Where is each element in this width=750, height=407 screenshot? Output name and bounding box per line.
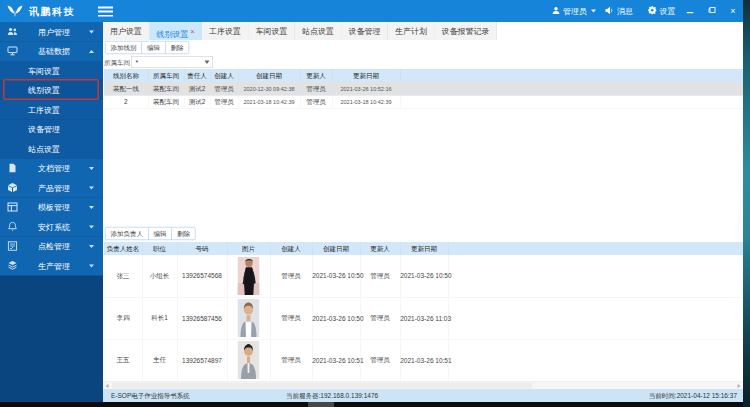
chevron-down-icon bbox=[591, 10, 596, 13]
scrollbar-thumb[interactable] bbox=[112, 383, 532, 389]
sidebar-item-template-management[interactable]: 模板管理 bbox=[0, 198, 103, 218]
menu-toggle-icon[interactable] bbox=[98, 7, 113, 20]
line-toolbar: 添加线别 编辑 删除 bbox=[105, 41, 189, 54]
sidebar-item-andon-system[interactable]: 安灯系统 bbox=[0, 217, 103, 237]
col-line-name[interactable]: 线别名称 bbox=[104, 69, 148, 82]
col-leader-name[interactable]: 负责人姓名 bbox=[104, 242, 142, 255]
add-leader-button[interactable]: 添加负责人 bbox=[106, 228, 149, 240]
settings-button[interactable]: 设置 bbox=[648, 0, 676, 22]
col-update-date[interactable]: 更新日期 bbox=[400, 242, 448, 255]
taskbar-app-chip[interactable] bbox=[308, 402, 334, 407]
gear-icon bbox=[648, 6, 657, 15]
tab-bar: 用户设置 线别设置× 工序设置 车间设置 站点设置 设备管理 生产计划 设备报警… bbox=[103, 22, 743, 40]
line-row[interactable]: 2 装配车间 测试2 管理员 2021-03-18 10:42:39 管理员 2… bbox=[104, 95, 743, 108]
sidebar-item-process-settings[interactable]: 工序设置 bbox=[0, 100, 103, 120]
settings-label: 设置 bbox=[660, 7, 676, 16]
delete-leader-button[interactable]: 删除 bbox=[172, 228, 195, 240]
sidebar-item-station-settings[interactable]: 站点设置 bbox=[0, 139, 103, 159]
sidebar-item-equipment-management[interactable]: 设备管理 bbox=[0, 120, 103, 140]
workshop-filter-label: 所属车间 bbox=[104, 57, 130, 69]
app-logo-title: 讯鹏科技 bbox=[29, 0, 75, 22]
chevron-down-icon bbox=[89, 187, 94, 190]
current-time-label: 当前时间:2021-04-12 15:16:37 bbox=[649, 389, 737, 402]
col-photo[interactable]: 图片 bbox=[227, 242, 270, 255]
leader-table-header-row: 负责人姓名 职位 号码 图片 创建人 创建日期 更新人 更新日期 bbox=[104, 242, 743, 255]
speaker-icon bbox=[605, 7, 614, 15]
col-filler bbox=[400, 69, 743, 82]
messages-button[interactable]: 消息 bbox=[605, 0, 633, 22]
leader-photo-woman bbox=[238, 257, 260, 295]
sidebar-item-document-management[interactable]: 文档管理 bbox=[0, 159, 103, 179]
chevron-down-icon bbox=[89, 226, 94, 229]
chevron-down-icon bbox=[89, 206, 94, 209]
col-update-date[interactable]: 更新日期 bbox=[332, 69, 400, 82]
main-content: 用户设置 线别设置× 工序设置 车间设置 站点设置 设备管理 生产计划 设备报警… bbox=[103, 22, 743, 402]
col-updater[interactable]: 更新人 bbox=[300, 69, 332, 82]
annotation-highlight-box bbox=[3, 79, 99, 100]
monitor-icon bbox=[7, 46, 18, 56]
col-title[interactable]: 职位 bbox=[142, 242, 177, 255]
edit-line-button[interactable]: 编辑 bbox=[142, 42, 166, 54]
col-updater[interactable]: 更新人 bbox=[360, 242, 400, 255]
server-address-label: 当前服务器:192.168.0.139:1476 bbox=[286, 389, 378, 402]
minimize-button[interactable] bbox=[683, 0, 697, 22]
tab-line-settings[interactable]: 线别设置× bbox=[150, 22, 203, 40]
checklist-icon bbox=[7, 241, 18, 251]
tab-equipment-alarm-records[interactable]: 设备报警记录 bbox=[435, 22, 498, 40]
tab-close-icon[interactable]: × bbox=[191, 27, 195, 35]
tab-user-settings[interactable]: 用户设置 bbox=[103, 22, 150, 40]
horizontal-scrollbar[interactable] bbox=[103, 381, 743, 389]
brand-wings-icon bbox=[7, 5, 23, 18]
title-bar: 讯鹏科技 管理员 消息 设置 × bbox=[0, 0, 743, 22]
system-name-label: E-SOP电子作业指导书系统 bbox=[111, 389, 190, 402]
taskbar[interactable] bbox=[0, 402, 743, 407]
chevron-down-icon bbox=[89, 265, 94, 268]
user-icon bbox=[552, 7, 560, 15]
col-person-in-charge[interactable]: 责任人 bbox=[184, 69, 210, 82]
workshop-filter-select[interactable]: * bbox=[131, 56, 213, 68]
col-creator[interactable]: 创建人 bbox=[210, 69, 238, 82]
product-box-icon bbox=[7, 183, 18, 193]
users-icon bbox=[7, 27, 18, 37]
tab-process-settings[interactable]: 工序设置 bbox=[202, 22, 249, 40]
add-line-button[interactable]: 添加线别 bbox=[106, 42, 143, 54]
sidebar-item-base-data[interactable]: 基础数据 bbox=[0, 42, 103, 62]
user-menu[interactable]: 管理员 bbox=[552, 0, 596, 22]
col-workshop[interactable]: 所属车间 bbox=[148, 69, 184, 82]
tab-workshop-settings[interactable]: 车间设置 bbox=[249, 22, 296, 40]
col-create-date[interactable]: 创建日期 bbox=[238, 69, 300, 82]
screenshot-viewport: 讯鹏科技 管理员 消息 设置 × 用户管理 基础数据 车间设置 线别设置 工序设… bbox=[0, 0, 750, 407]
production-icon bbox=[7, 261, 18, 271]
leader-row[interactable]: 李四 科长1 13926587456 管理员 2021-03-26 10:50 … bbox=[104, 297, 743, 339]
col-creator[interactable]: 创建人 bbox=[270, 242, 312, 255]
sidebar-item-product-management[interactable]: 产品管理 bbox=[0, 178, 103, 198]
sidebar-item-inspection-management[interactable]: 点检管理 bbox=[0, 237, 103, 257]
tab-station-settings[interactable]: 站点设置 bbox=[295, 22, 342, 40]
close-button[interactable]: × bbox=[726, 0, 740, 22]
col-phone[interactable]: 号码 bbox=[177, 242, 227, 255]
sidebar-item-workshop-settings[interactable]: 车间设置 bbox=[0, 61, 103, 81]
bell-icon bbox=[7, 222, 18, 232]
leader-table: 负责人姓名 职位 号码 图片 创建人 创建日期 更新人 更新日期 张三 小组长 … bbox=[104, 242, 743, 381]
delete-line-button[interactable]: 删除 bbox=[166, 42, 189, 54]
status-bar: E-SOP电子作业指导书系统 当前服务器:192.168.0.139:1476 … bbox=[103, 389, 743, 402]
line-row-selected[interactable]: 装配一线 装配车间 测试2 管理员 2020-12-30 09:42:38 管理… bbox=[104, 82, 743, 95]
document-icon bbox=[7, 163, 18, 173]
chevron-up-icon bbox=[89, 50, 94, 53]
maximize-button[interactable] bbox=[705, 0, 719, 22]
sidebar-item-production-management[interactable]: 生产管理 bbox=[0, 256, 103, 276]
leader-row[interactable]: 张三 小组长 13926574568 管理员 2021-03-26 10:50 … bbox=[104, 255, 743, 297]
chevron-down-icon bbox=[89, 167, 94, 170]
col-filler bbox=[448, 242, 743, 255]
messages-label: 消息 bbox=[617, 7, 633, 16]
line-table: 线别名称 所属车间 责任人 创建人 创建日期 更新人 更新日期 装配一线 装配车… bbox=[104, 69, 743, 108]
chevron-down-icon bbox=[89, 245, 94, 248]
edit-leader-button[interactable]: 编辑 bbox=[149, 228, 173, 240]
chevron-down-icon bbox=[89, 31, 94, 34]
col-create-date[interactable]: 创建日期 bbox=[312, 242, 360, 255]
tab-production-plan[interactable]: 生产计划 bbox=[388, 22, 435, 40]
template-icon bbox=[7, 202, 18, 212]
tab-equipment-management[interactable]: 设备管理 bbox=[342, 22, 389, 40]
sidebar-item-user-management[interactable]: 用户管理 bbox=[0, 22, 103, 42]
leader-row[interactable]: 王五 主任 13926574897 管理员 2021-03-26 10:51 管… bbox=[104, 339, 743, 381]
